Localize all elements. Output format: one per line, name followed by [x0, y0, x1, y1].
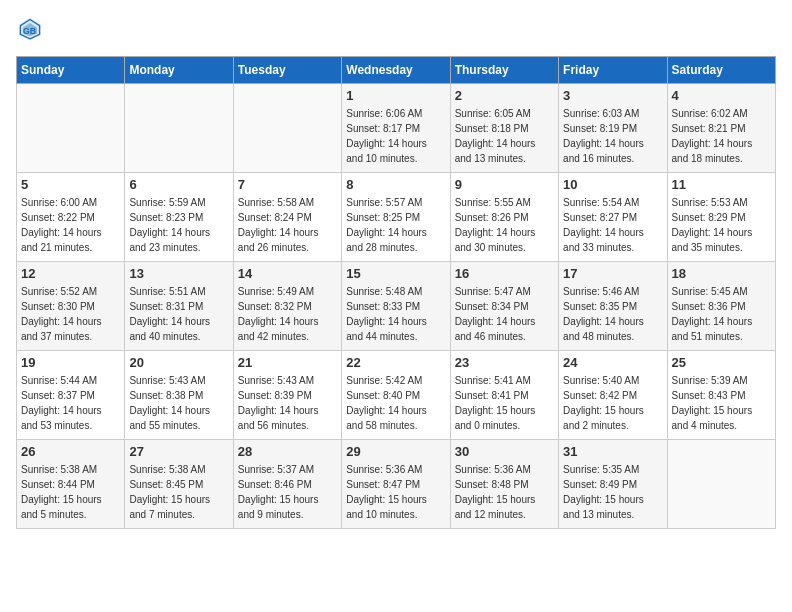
- calendar-cell: 25Sunrise: 5:39 AMSunset: 8:43 PMDayligh…: [667, 351, 775, 440]
- calendar-cell: 31Sunrise: 5:35 AMSunset: 8:49 PMDayligh…: [559, 440, 667, 529]
- calendar-cell: [125, 84, 233, 173]
- day-info: Sunrise: 5:59 AMSunset: 8:23 PMDaylight:…: [129, 195, 228, 255]
- calendar-cell: 9Sunrise: 5:55 AMSunset: 8:26 PMDaylight…: [450, 173, 558, 262]
- day-info: Sunrise: 5:36 AMSunset: 8:47 PMDaylight:…: [346, 462, 445, 522]
- weekday-header-sunday: Sunday: [17, 57, 125, 84]
- day-number: 28: [238, 444, 337, 459]
- week-row-4: 19Sunrise: 5:44 AMSunset: 8:37 PMDayligh…: [17, 351, 776, 440]
- day-number: 29: [346, 444, 445, 459]
- weekday-header-friday: Friday: [559, 57, 667, 84]
- calendar-cell: 6Sunrise: 5:59 AMSunset: 8:23 PMDaylight…: [125, 173, 233, 262]
- week-row-2: 5Sunrise: 6:00 AMSunset: 8:22 PMDaylight…: [17, 173, 776, 262]
- calendar-cell: 30Sunrise: 5:36 AMSunset: 8:48 PMDayligh…: [450, 440, 558, 529]
- weekday-header-row: SundayMondayTuesdayWednesdayThursdayFrid…: [17, 57, 776, 84]
- calendar-cell: 7Sunrise: 5:58 AMSunset: 8:24 PMDaylight…: [233, 173, 341, 262]
- day-number: 26: [21, 444, 120, 459]
- calendar-cell: 10Sunrise: 5:54 AMSunset: 8:27 PMDayligh…: [559, 173, 667, 262]
- day-number: 11: [672, 177, 771, 192]
- day-number: 25: [672, 355, 771, 370]
- calendar-cell: 22Sunrise: 5:42 AMSunset: 8:40 PMDayligh…: [342, 351, 450, 440]
- day-info: Sunrise: 6:05 AMSunset: 8:18 PMDaylight:…: [455, 106, 554, 166]
- calendar-cell: 26Sunrise: 5:38 AMSunset: 8:44 PMDayligh…: [17, 440, 125, 529]
- day-info: Sunrise: 5:43 AMSunset: 8:39 PMDaylight:…: [238, 373, 337, 433]
- logo-icon: GB: [16, 16, 44, 44]
- day-info: Sunrise: 5:39 AMSunset: 8:43 PMDaylight:…: [672, 373, 771, 433]
- day-info: Sunrise: 5:49 AMSunset: 8:32 PMDaylight:…: [238, 284, 337, 344]
- day-number: 1: [346, 88, 445, 103]
- day-number: 24: [563, 355, 662, 370]
- day-info: Sunrise: 5:40 AMSunset: 8:42 PMDaylight:…: [563, 373, 662, 433]
- day-info: Sunrise: 5:55 AMSunset: 8:26 PMDaylight:…: [455, 195, 554, 255]
- day-info: Sunrise: 6:00 AMSunset: 8:22 PMDaylight:…: [21, 195, 120, 255]
- day-number: 10: [563, 177, 662, 192]
- calendar-table: SundayMondayTuesdayWednesdayThursdayFrid…: [16, 56, 776, 529]
- logo: GB: [16, 16, 48, 44]
- day-info: Sunrise: 5:45 AMSunset: 8:36 PMDaylight:…: [672, 284, 771, 344]
- calendar-cell: [667, 440, 775, 529]
- day-info: Sunrise: 5:38 AMSunset: 8:45 PMDaylight:…: [129, 462, 228, 522]
- day-info: Sunrise: 5:52 AMSunset: 8:30 PMDaylight:…: [21, 284, 120, 344]
- week-row-5: 26Sunrise: 5:38 AMSunset: 8:44 PMDayligh…: [17, 440, 776, 529]
- calendar-cell: 18Sunrise: 5:45 AMSunset: 8:36 PMDayligh…: [667, 262, 775, 351]
- calendar-cell: 13Sunrise: 5:51 AMSunset: 8:31 PMDayligh…: [125, 262, 233, 351]
- day-info: Sunrise: 6:03 AMSunset: 8:19 PMDaylight:…: [563, 106, 662, 166]
- calendar-cell: 20Sunrise: 5:43 AMSunset: 8:38 PMDayligh…: [125, 351, 233, 440]
- day-number: 8: [346, 177, 445, 192]
- calendar-cell: 24Sunrise: 5:40 AMSunset: 8:42 PMDayligh…: [559, 351, 667, 440]
- calendar-cell: 12Sunrise: 5:52 AMSunset: 8:30 PMDayligh…: [17, 262, 125, 351]
- day-number: 7: [238, 177, 337, 192]
- day-info: Sunrise: 5:43 AMSunset: 8:38 PMDaylight:…: [129, 373, 228, 433]
- day-number: 16: [455, 266, 554, 281]
- day-number: 31: [563, 444, 662, 459]
- day-info: Sunrise: 5:41 AMSunset: 8:41 PMDaylight:…: [455, 373, 554, 433]
- day-info: Sunrise: 5:54 AMSunset: 8:27 PMDaylight:…: [563, 195, 662, 255]
- weekday-header-tuesday: Tuesday: [233, 57, 341, 84]
- calendar-cell: 27Sunrise: 5:38 AMSunset: 8:45 PMDayligh…: [125, 440, 233, 529]
- weekday-header-saturday: Saturday: [667, 57, 775, 84]
- day-number: 13: [129, 266, 228, 281]
- day-number: 12: [21, 266, 120, 281]
- day-number: 19: [21, 355, 120, 370]
- day-number: 23: [455, 355, 554, 370]
- day-number: 20: [129, 355, 228, 370]
- day-info: Sunrise: 5:35 AMSunset: 8:49 PMDaylight:…: [563, 462, 662, 522]
- day-info: Sunrise: 5:48 AMSunset: 8:33 PMDaylight:…: [346, 284, 445, 344]
- calendar-cell: 3Sunrise: 6:03 AMSunset: 8:19 PMDaylight…: [559, 84, 667, 173]
- day-number: 14: [238, 266, 337, 281]
- calendar-cell: 23Sunrise: 5:41 AMSunset: 8:41 PMDayligh…: [450, 351, 558, 440]
- weekday-header-monday: Monday: [125, 57, 233, 84]
- page-header: GB: [16, 16, 776, 44]
- calendar-cell: 8Sunrise: 5:57 AMSunset: 8:25 PMDaylight…: [342, 173, 450, 262]
- day-number: 4: [672, 88, 771, 103]
- svg-text:GB: GB: [23, 26, 36, 36]
- calendar-cell: 19Sunrise: 5:44 AMSunset: 8:37 PMDayligh…: [17, 351, 125, 440]
- calendar-cell: 21Sunrise: 5:43 AMSunset: 8:39 PMDayligh…: [233, 351, 341, 440]
- calendar-cell: 2Sunrise: 6:05 AMSunset: 8:18 PMDaylight…: [450, 84, 558, 173]
- calendar-cell: [17, 84, 125, 173]
- calendar-cell: 29Sunrise: 5:36 AMSunset: 8:47 PMDayligh…: [342, 440, 450, 529]
- calendar-cell: 5Sunrise: 6:00 AMSunset: 8:22 PMDaylight…: [17, 173, 125, 262]
- day-number: 27: [129, 444, 228, 459]
- day-number: 15: [346, 266, 445, 281]
- day-number: 30: [455, 444, 554, 459]
- calendar-cell: 11Sunrise: 5:53 AMSunset: 8:29 PMDayligh…: [667, 173, 775, 262]
- calendar-cell: [233, 84, 341, 173]
- day-number: 22: [346, 355, 445, 370]
- calendar-cell: 1Sunrise: 6:06 AMSunset: 8:17 PMDaylight…: [342, 84, 450, 173]
- week-row-3: 12Sunrise: 5:52 AMSunset: 8:30 PMDayligh…: [17, 262, 776, 351]
- weekday-header-wednesday: Wednesday: [342, 57, 450, 84]
- day-info: Sunrise: 5:36 AMSunset: 8:48 PMDaylight:…: [455, 462, 554, 522]
- day-number: 17: [563, 266, 662, 281]
- day-info: Sunrise: 5:42 AMSunset: 8:40 PMDaylight:…: [346, 373, 445, 433]
- day-number: 21: [238, 355, 337, 370]
- weekday-header-thursday: Thursday: [450, 57, 558, 84]
- week-row-1: 1Sunrise: 6:06 AMSunset: 8:17 PMDaylight…: [17, 84, 776, 173]
- day-info: Sunrise: 5:58 AMSunset: 8:24 PMDaylight:…: [238, 195, 337, 255]
- day-info: Sunrise: 5:57 AMSunset: 8:25 PMDaylight:…: [346, 195, 445, 255]
- day-info: Sunrise: 5:53 AMSunset: 8:29 PMDaylight:…: [672, 195, 771, 255]
- day-info: Sunrise: 5:44 AMSunset: 8:37 PMDaylight:…: [21, 373, 120, 433]
- day-info: Sunrise: 6:02 AMSunset: 8:21 PMDaylight:…: [672, 106, 771, 166]
- day-number: 2: [455, 88, 554, 103]
- calendar-cell: 17Sunrise: 5:46 AMSunset: 8:35 PMDayligh…: [559, 262, 667, 351]
- calendar-cell: 15Sunrise: 5:48 AMSunset: 8:33 PMDayligh…: [342, 262, 450, 351]
